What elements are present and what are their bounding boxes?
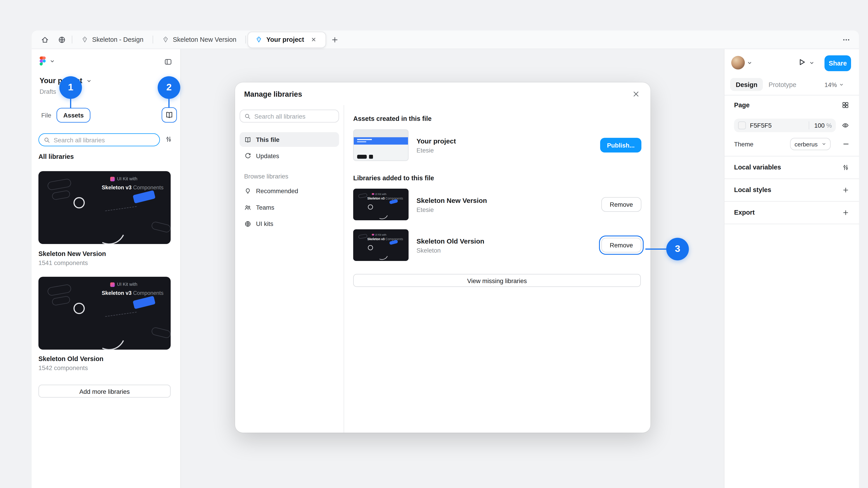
publish-button[interactable]: Publish... [600,138,641,153]
figma-app: Skeleton - Design Skeleton New Version Y… [0,0,868,488]
visibility-toggle[interactable] [842,122,849,129]
sidebar-toggle-icon [164,58,173,66]
theme-value: cerberus [795,141,817,148]
nav-teams[interactable]: Teams [240,200,339,215]
page-section-label: Page [734,102,750,108]
callout-step-2: 2 [158,76,180,99]
library-card-skeleton-new-version[interactable]: UI Kit with Skeleton v3 Components [38,171,170,244]
tab-label: Skeleton - Design [92,36,144,43]
chevron-down-icon[interactable] [809,61,814,66]
callout-connector [70,98,71,108]
close-dialog-button[interactable] [630,88,642,99]
chevron-down-icon[interactable] [87,78,92,84]
overflow-menu-button[interactable] [837,32,855,47]
tab-assets[interactable]: Assets [57,108,90,123]
kit-brand: UI Kit with [110,282,137,287]
view-missing-libraries-button[interactable]: View missing libraries [353,274,641,287]
local-styles-section[interactable]: Local styles [724,178,859,201]
library-search-input[interactable] [254,113,335,120]
project-row: Your project Etesie Publish... [353,129,642,161]
design-file-icon [81,36,88,43]
close-tab-icon[interactable] [309,35,318,44]
nav-updates[interactable]: Updates [240,149,339,163]
chevron-down-icon [50,59,55,64]
sliders-icon [165,135,173,143]
remove-library-button[interactable]: Remove [601,197,641,212]
library-name: Skeleton Old Version [416,237,485,245]
skeleton-shape [88,313,130,350]
share-button[interactable]: Share [825,55,851,71]
home-button[interactable] [36,32,53,47]
project-thumbnail [353,129,409,161]
tab-prototype[interactable]: Prototype [769,81,796,88]
libraries-button[interactable] [162,107,177,123]
nav-label: Teams [256,204,274,211]
kit-logo-icon [372,193,374,195]
page-opacity-value[interactable]: 100 [814,122,825,129]
nav-label: This file [256,136,280,143]
home-icon [40,35,49,44]
tab-design[interactable]: Design [730,78,763,91]
avatar[interactable] [731,56,745,70]
tab-file[interactable]: File [41,112,51,119]
callout-step-1: 1 [59,76,82,99]
toggle-sidebar-button[interactable] [164,58,173,66]
zoom-menu[interactable]: 14% [825,81,844,88]
library-component-count: 1542 components [38,364,88,371]
dialog-content: Assets created in this file Your project… [344,105,651,433]
skeleton-shape [52,295,70,306]
dialog-nav: This file Updates Browse libraries Recom… [235,105,344,433]
theme-select[interactable]: cerberus [790,138,831,150]
color-swatch[interactable] [738,122,746,129]
percent-sign: % [827,122,832,129]
library-card-skeleton-old-version[interactable]: UI Kit with Skeleton v3 Components [38,277,170,350]
chevron-down-icon[interactable] [747,61,752,66]
lightbulb-icon [244,187,252,195]
divider [246,36,246,43]
kit-title: Skeleton v3 [102,184,131,191]
local-styles-label: Local styles [734,186,772,193]
search-icon [244,113,251,120]
library-name: Skeleton New Version [38,250,106,257]
plus-icon [842,186,849,194]
dialog-header: Manage libraries [235,83,651,105]
figma-logo-icon [39,57,46,66]
tab-skeleton-design[interactable]: Skeleton - Design [74,32,151,47]
libraries-added-heading: Libraries added to this file [353,175,642,182]
variables-button[interactable] [842,164,849,171]
nav-this-file[interactable]: This file [240,132,339,147]
page-color-hex[interactable]: F5F5F5 [750,122,772,129]
assets-search[interactable] [38,133,160,147]
kit-name: Skeleton v3 Components [102,290,163,296]
filter-button[interactable] [165,135,173,143]
divider [809,122,809,129]
minus-icon [842,140,850,148]
library-search[interactable] [240,109,339,123]
add-style-button[interactable] [842,186,849,194]
callout-connector [645,249,667,250]
sliders-icon [842,164,849,171]
nav-label: Updates [256,153,279,159]
assets-search-input[interactable] [54,136,155,143]
page-color-input[interactable]: F5F5F5 100 % [734,119,836,132]
present-button[interactable] [798,58,807,67]
kit-suffix: Components [133,290,164,296]
library-thumbnail: UI Kit with Skeleton v3 Components [353,229,409,261]
new-tab-button[interactable] [326,32,343,47]
remove-theme-button[interactable] [842,140,850,148]
tab-skeleton-new-version[interactable]: Skeleton New Version [155,32,244,47]
figma-menu-button[interactable] [39,57,55,66]
local-variables-label: Local variables [734,164,781,170]
remove-library-button-highlighted[interactable]: Remove [601,238,641,253]
community-button[interactable] [53,32,70,47]
add-export-button[interactable] [842,209,849,216]
page-grid-button[interactable] [842,101,849,109]
export-label: Export [734,209,755,216]
add-more-libraries-button[interactable]: Add more libraries [38,385,170,398]
nav-recommended[interactable]: Recommended [240,184,339,198]
nav-ui-kits[interactable]: UI kits [240,217,339,231]
local-variables-section[interactable]: Local variables [724,156,859,178]
tab-your-project[interactable]: Your project [248,31,326,48]
export-section[interactable]: Export [724,201,859,224]
skeleton-shape [133,296,156,309]
